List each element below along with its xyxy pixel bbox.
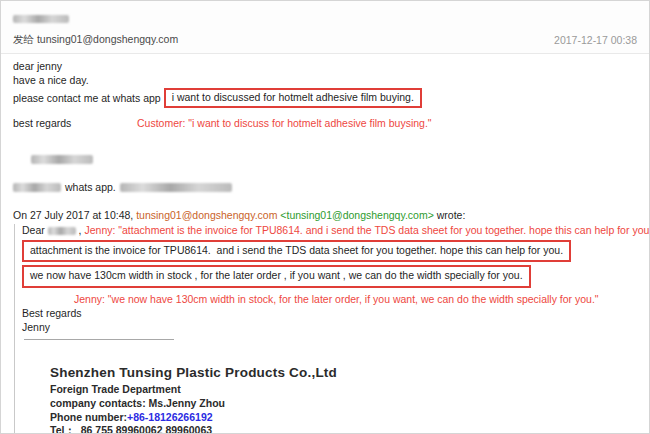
- redacted-recipient-name: [48, 227, 76, 235]
- phone-label: Phone number:: [50, 411, 127, 423]
- best-regards-label: best regards: [13, 117, 137, 130]
- regards-row: best regards Customer: "i want to discus…: [13, 117, 637, 130]
- whatsapp-label: whats app.: [65, 181, 116, 194]
- signature-block: Shenzhen Tunsing Plastic Products Co.,Lt…: [50, 364, 637, 434]
- annotation-jenny-width: Jenny: "we now have 130cm width in stock…: [74, 293, 637, 306]
- dear-prefix: Dear: [22, 224, 48, 236]
- quote-intro-prefix: On 27 July 2017 at 10:48,: [13, 209, 136, 221]
- quote-signoff-jenny: Jenny: [22, 321, 637, 334]
- to-label: 发给: [13, 33, 34, 45]
- redacted-subject: [13, 15, 69, 23]
- contact-person-line: company contacts: Ms.Jenny Zhou: [50, 397, 637, 411]
- quoted-message: Dear , Jenny: "attachment is the invoice…: [14, 224, 637, 434]
- sender-email-link[interactable]: tunsing01@dongshengqy.com: [136, 209, 277, 221]
- phone-line: Phone number:+86-18126266192: [50, 411, 637, 425]
- phone-number-link[interactable]: +86-18126266192: [127, 411, 213, 423]
- contact-line: please contact me at whats app i want to…: [13, 88, 637, 108]
- quote-intro-suffix: wrote:: [434, 209, 466, 221]
- highlight-box-attachment: attachment is the invoice for TPU8614. a…: [22, 240, 571, 262]
- department-line: Foreign Trade Department: [50, 383, 637, 397]
- redacted-phone-number: [120, 183, 232, 192]
- timestamp: 2017-12-17 00:38: [554, 34, 637, 46]
- highlight-box-buying: i want to discussed for hotmelt adhesive…: [164, 88, 422, 108]
- quote-best-regards: Best regards: [22, 307, 637, 320]
- email-window: 发给 tunsing01@dongshengqy.com 2017-12-17 …: [0, 0, 650, 434]
- email-header: 发给 tunsing01@dongshengqy.com 2017-12-17 …: [1, 1, 649, 54]
- greeting-line: dear jenny: [13, 60, 637, 73]
- to-email[interactable]: tunsing01@dongshengqy.com: [37, 33, 178, 45]
- redacted-sender-name: [31, 155, 93, 164]
- nice-day-line: have a nice day.: [13, 74, 637, 87]
- company-name: Shenzhen Tunsing Plastic Products Co.,Lt…: [50, 364, 637, 382]
- signature-divider: [24, 339, 174, 340]
- highlight-box-width-stock: we now have 130cm width in stock , for t…: [22, 265, 531, 287]
- annotation-jenny-attachment: Jenny: "attachment is the invoice for TP…: [84, 224, 650, 236]
- sender-email-bracketed-link[interactable]: <tunsing01@dongshengqy.com>: [280, 209, 434, 221]
- redacted-word: [13, 183, 61, 192]
- annotation-customer: Customer: "i want to discuss for hotmelt…: [137, 117, 432, 130]
- quote-intro-line: On 27 July 2017 at 10:48, tunsing01@dong…: [13, 209, 637, 222]
- recipient-line: 发给 tunsing01@dongshengqy.com: [13, 33, 178, 47]
- contact-line-text: please contact me at whats app: [13, 92, 161, 105]
- dear-line: Dear , Jenny: "attachment is the invoice…: [22, 224, 637, 237]
- email-body: dear jenny have a nice day. please conta…: [1, 54, 649, 434]
- tel-line: Tel： 86 755 89960062 89960063: [50, 424, 637, 434]
- whatsapp-line: whats app.: [13, 181, 637, 194]
- redacted-sender-name-line: [13, 140, 637, 179]
